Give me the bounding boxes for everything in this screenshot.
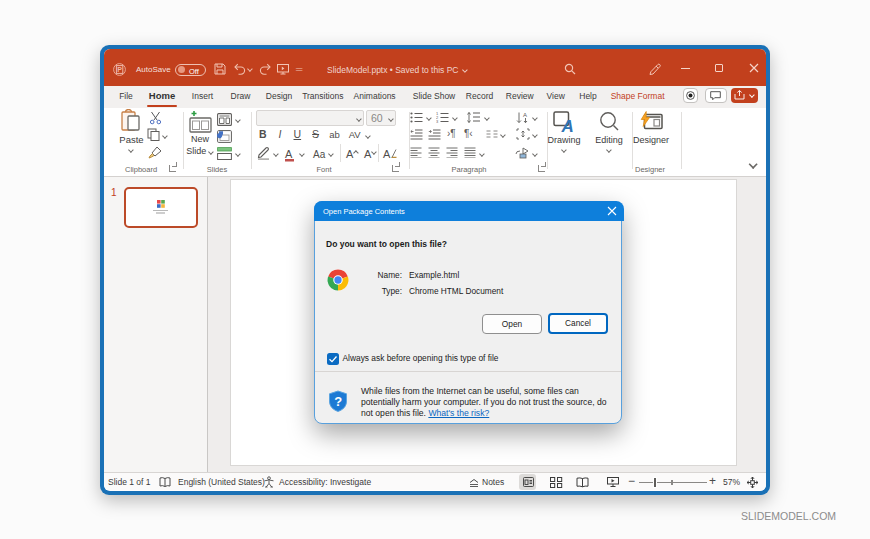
svg-text:P: P bbox=[117, 66, 122, 73]
svg-text:A: A bbox=[523, 112, 527, 118]
svg-text:?: ? bbox=[334, 394, 342, 409]
svg-text:A: A bbox=[561, 117, 574, 134]
svg-text:3: 3 bbox=[436, 119, 439, 123]
